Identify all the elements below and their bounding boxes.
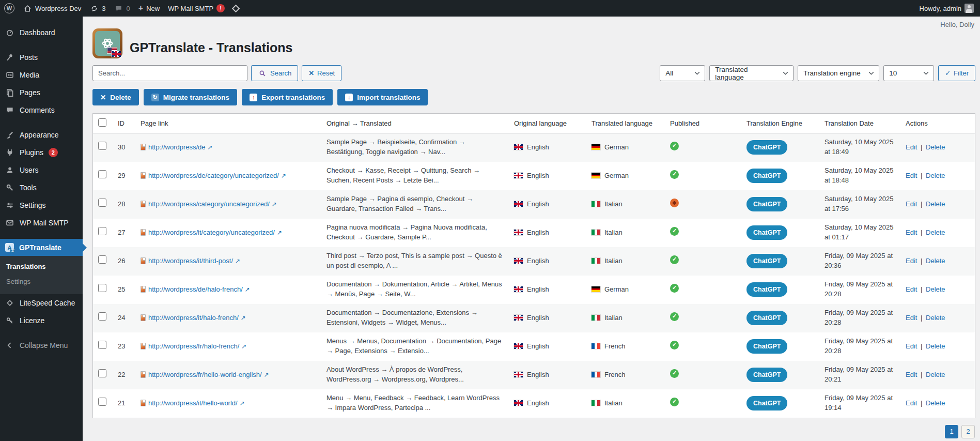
page-link[interactable]: http://wordpress/it/halo-french/ [148, 314, 239, 322]
external-link-icon[interactable]: ↗ [241, 314, 246, 322]
delete-link[interactable]: Delete [926, 285, 945, 293]
engine-badge: ChatGPT [746, 140, 787, 155]
sidebar-item-wp-mail-smtp[interactable]: WP Mail SMTP [0, 214, 83, 232]
submenu-item-translations[interactable]: Translations [0, 259, 83, 274]
external-link-icon[interactable]: ↗ [208, 144, 213, 151]
table-row: 23 http://wordpress/fr/halo-french/↗ Men… [93, 332, 975, 361]
translation-date-line2: 20:21 [825, 375, 842, 383]
search-icon [258, 69, 267, 78]
external-link-icon[interactable]: ↗ [277, 229, 282, 236]
delete-link[interactable]: Delete [926, 229, 945, 236]
page-button-2[interactable]: 2 [961, 425, 975, 438]
row-checkbox[interactable] [98, 255, 106, 264]
import-translations-button[interactable]: ↓ Import translations [337, 89, 428, 105]
site-name-menu[interactable]: Wordpress Dev [23, 4, 81, 13]
search-button[interactable]: Search [251, 65, 298, 81]
sidebar-item-pages[interactable]: Pages [0, 84, 83, 101]
delete-link[interactable]: Delete [926, 143, 945, 151]
page-button-1[interactable]: 1 [945, 425, 958, 438]
wp-mail-smtp-menu[interactable]: WP Mail SMTP ! [168, 4, 225, 12]
edit-link[interactable]: Edit [906, 314, 917, 322]
external-link-icon[interactable]: ↗ [264, 371, 269, 378]
edit-link[interactable]: Edit [906, 257, 917, 265]
plus-icon: + [138, 4, 143, 13]
new-menu[interactable]: + New [138, 4, 160, 13]
per-page-select[interactable]: 10 [883, 65, 934, 81]
wordpress-logo-menu[interactable]: W [4, 3, 14, 13]
external-link-icon[interactable]: ↗ [235, 257, 240, 265]
reset-button[interactable]: ✕ Reset [302, 65, 341, 81]
row-checkbox[interactable] [98, 312, 106, 321]
delete-button[interactable]: ✕ Delete [92, 89, 139, 105]
translation-engine-select[interactable]: Translation engine [798, 65, 879, 81]
page-link[interactable]: http://wordpress/it/hello-world/ [148, 399, 238, 407]
sidebar-item-settings[interactable]: Settings [0, 196, 83, 214]
page-link[interactable]: http://wordpress/it/category/uncategoriz… [148, 229, 275, 236]
row-checkbox[interactable] [98, 170, 106, 178]
updates-menu[interactable]: 3 [89, 4, 105, 13]
external-link-icon[interactable]: ↗ [240, 400, 245, 407]
page-link[interactable]: http://wordpress/it/third-post/ [148, 257, 233, 265]
page-link[interactable]: http://wordpress/category/uncategorized/ [148, 200, 270, 208]
row-checkbox[interactable] [98, 227, 106, 235]
sidebar-item-litespeed-cache[interactable]: LiteSpeed Cache [0, 294, 83, 312]
row-checkbox[interactable] [98, 398, 106, 406]
edit-link[interactable]: Edit [906, 371, 917, 378]
sidebar-item-media[interactable]: Media [0, 66, 83, 84]
external-link-icon[interactable]: ↗ [281, 172, 286, 179]
migrate-translations-button[interactable]: ↻ Migrate translations [144, 89, 237, 105]
original-language-label: English [527, 371, 549, 378]
delete-link[interactable]: Delete [926, 172, 945, 179]
sidebar-item-comments[interactable]: Comments [0, 101, 83, 119]
page-link[interactable]: http://wordpress/de/halo-french/ [148, 285, 243, 293]
sidebar-item-collapse-menu[interactable]: Collapse Menu [0, 337, 83, 354]
comments-count: 0 [127, 5, 130, 12]
howdy-menu[interactable]: Howdy, admin [920, 4, 974, 13]
external-link-icon[interactable]: ↗ [245, 286, 250, 293]
row-checkbox[interactable] [98, 199, 106, 207]
row-checkbox[interactable] [98, 369, 106, 377]
filter-button[interactable]: ✓ Filter [938, 65, 975, 81]
delete-link[interactable]: Delete [926, 371, 945, 378]
edit-link[interactable]: Edit [906, 172, 917, 179]
external-link-icon[interactable]: ↗ [241, 343, 246, 350]
status-filter-select[interactable]: All [660, 65, 705, 81]
sidebar-item-plugins[interactable]: Plugins 2 [0, 144, 83, 161]
edit-link[interactable]: Edit [906, 342, 917, 350]
row-checkbox[interactable] [98, 142, 106, 150]
delete-link[interactable]: Delete [926, 399, 945, 407]
export-translations-button[interactable]: ↑ Export translations [242, 89, 333, 105]
delete-link[interactable]: Delete [926, 257, 945, 265]
sidebar-item-dashboard[interactable]: Dashboard [0, 24, 83, 41]
page-link[interactable]: http://wordpress/fr/halo-french/ [148, 342, 239, 350]
sidebar-item-appearance[interactable]: Appearance [0, 126, 83, 144]
search-input[interactable] [92, 65, 247, 81]
howdy-label: Howdy, admin [920, 5, 961, 12]
edit-link[interactable]: Edit [906, 399, 917, 407]
page-link[interactable]: http://wordpress/fr/hello-world-english/ [148, 371, 262, 378]
delete-link[interactable]: Delete [926, 342, 945, 350]
orig-trans-text: Third post → Terzo post, This is a sampl… [326, 251, 504, 271]
litespeed-adminbar-menu[interactable] [233, 6, 239, 11]
edit-link[interactable]: Edit [906, 229, 917, 236]
edit-link[interactable]: Edit [906, 200, 917, 208]
edit-link[interactable]: Edit [906, 143, 917, 151]
sidebar-item-posts[interactable]: Posts [0, 49, 83, 66]
delete-link[interactable]: Delete [926, 314, 945, 322]
edit-link[interactable]: Edit [906, 285, 917, 293]
page-link[interactable]: http://wordpress/de/category/uncategoriz… [148, 172, 279, 179]
translated-language-select[interactable]: Translated language [709, 65, 794, 81]
row-checkbox[interactable] [98, 284, 106, 292]
delete-link[interactable]: Delete [926, 200, 945, 208]
comments-menu[interactable]: 0 [114, 4, 130, 13]
row-checkbox[interactable] [98, 341, 106, 349]
sidebar-item-licenze[interactable]: Licenze [0, 312, 83, 329]
select-all-checkbox[interactable] [98, 118, 106, 127]
translated-language-flag [592, 343, 600, 349]
sidebar-item-tools[interactable]: Tools [0, 179, 83, 196]
submenu-item-settings[interactable]: Settings [0, 274, 83, 289]
page-link[interactable]: http://wordpress/de [148, 143, 206, 151]
sidebar-item-gptranslate[interactable]: A GPTranslate [0, 239, 83, 256]
external-link-icon[interactable]: ↗ [272, 201, 277, 208]
sidebar-item-users[interactable]: Users [0, 161, 83, 179]
